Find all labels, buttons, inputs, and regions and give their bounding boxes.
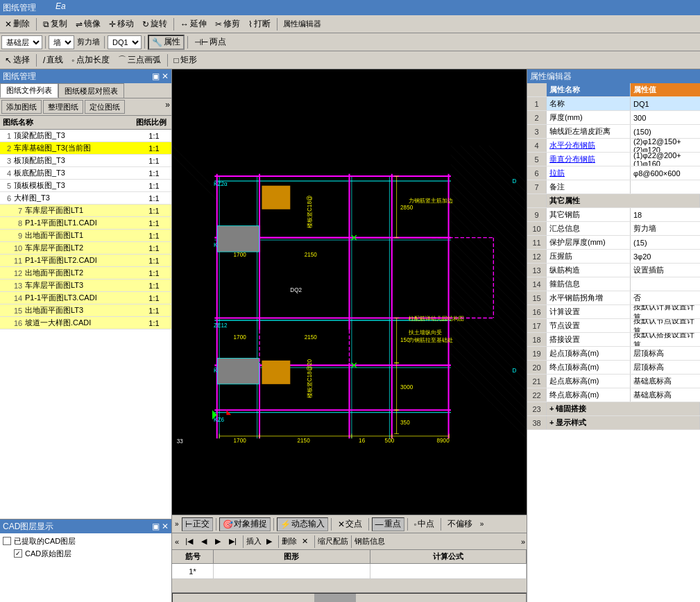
two-point-icon: ⊣⊢ [194,37,208,47]
property-row: 4水平分布钢筋(2)φ12@150+(2)φ120 [527,139,700,153]
prop-group-name[interactable]: + 显示样式 [547,416,700,429]
sep8 [36,54,37,67]
list-item[interactable]: 12出地面平面图LT21:1 [0,267,171,280]
point-length-button[interactable]: ◦ 点加长度 [68,53,112,68]
snap-end-expand[interactable]: » [480,520,484,528]
tab-file-list[interactable]: 图纸文件列表 [0,83,58,98]
list-item[interactable]: 10车库层平面图LT21:1 [0,242,171,255]
break-button[interactable]: ⌇ 打断 [245,17,274,32]
prop-num: 23 [527,402,547,415]
bar-delete-button[interactable]: ✕ [298,535,311,549]
bar-expand-left[interactable]: « [173,538,180,546]
snap-object[interactable]: 🎯 对象捕捉 [219,517,271,531]
bar-shape-cell[interactable] [214,564,370,579]
file-name: 车库层平面图LT1 [25,205,137,216]
panel-controls[interactable]: ▣ ✕ [152,71,169,81]
list-item[interactable]: 9出地面平面图LT11:1 [0,230,171,242]
file-name: P1-1平面图LT3.CADI [25,293,137,303]
prop-name[interactable]: 拉筋 [547,166,631,180]
add-drawing-button[interactable]: 添加图纸 [1,100,42,114]
snap-expand[interactable]: » [173,520,180,528]
file-ratio: 1:1 [137,132,171,140]
layer-checkbox[interactable] [3,537,11,545]
svg-text:500: 500 [385,438,395,444]
locate-drawing-button[interactable]: 定位图纸 [85,100,125,114]
list-item[interactable]: 6大样图_T31:1 [0,192,171,205]
file-table-header: 图纸名称 图纸比例 [0,116,171,130]
delete-button[interactable]: ✕ 删除 [1,17,33,32]
bar-nav-prev[interactable]: ◀ [198,535,210,549]
copy-button[interactable]: ⧉ 复制 [40,17,71,32]
move-icon: ✛ [109,19,116,29]
snap-ortho[interactable]: ⊢ 正交 [182,517,213,531]
list-item[interactable]: 8P1-1平面图LT1.CADI1:1 [0,217,171,230]
extend-button[interactable]: ↔ 延伸 [177,17,210,32]
list-item[interactable]: 1顶梁配筋图_T31:1 [0,130,171,142]
svg-text:2150: 2150 [305,252,318,258]
property-table: 属性名称属性值1名称DQ12厚度(mm)3003轴线距左墙皮距离(150)4水平… [527,83,700,602]
cad-layer-item[interactable]: CAD原始图层 [1,547,170,560]
mirror-button[interactable]: ⇌ 镜像 [72,17,104,32]
tab-floor-map[interactable]: 图纸楼层对照表 [58,83,124,98]
select-icon: ↖ [5,55,12,65]
bar-expand-right[interactable]: » [521,538,525,546]
prop-num: 14 [527,277,547,291]
svg-text:D: D [513,178,517,184]
list-item[interactable]: 3板顶配筋图_T31:1 [0,155,171,167]
cad-layer-item[interactable]: 已提取的CAD图层 [1,535,170,547]
file-tabs: 图纸文件列表 图纸楼层对照表 [0,83,171,98]
prop-group-name[interactable]: + 锚固搭接 [547,402,700,415]
bar-insert-button[interactable]: ▶ [263,535,275,549]
prop-name[interactable]: 水平分布钢筋 [547,139,631,152]
trim-button[interactable]: ✂ 修剪 [212,17,244,32]
snap-nooffset[interactable]: 不偏移 [444,517,476,531]
list-item[interactable]: 11P1-1平面图LT2.CADI1:1 [0,255,171,267]
list-item[interactable]: 2车库基础图_T3(当前图1:1 [0,142,171,155]
list-item[interactable]: 16坡道一大样图.CADI1:1 [0,317,171,329]
file-ratio: 1:1 [137,307,171,315]
list-item[interactable]: 13车库层平面图LT31:1 [0,280,171,292]
attr-button[interactable]: 🔧 属性 [148,35,185,50]
cad-canvas[interactable]: 1700 2150 16 500 8900 2850 150 [172,69,527,515]
list-item[interactable]: 14P1-1平面图LT3.CADI1:1 [0,292,171,304]
list-item[interactable]: 15出地面平面图LT31:1 [0,304,171,317]
snap-midpoint[interactable]: — 重点 [372,517,404,531]
dq-select[interactable]: DQ1 [108,35,142,49]
prop-name[interactable]: 垂直分布钢筋 [547,153,631,166]
rect-button[interactable]: □ 矩形 [171,53,200,68]
horizontal-scrollbar[interactable] [172,592,527,602]
bar-insert-label: 插入 [246,536,262,547]
scroll-thumb[interactable] [314,594,356,602]
cad-panel-controls[interactable]: ▣ ✕ [152,522,169,531]
list-item[interactable]: 5顶板模板图_T31:1 [0,180,171,192]
bar-nav-last[interactable]: ▶| [225,535,240,549]
arc-button[interactable]: ⌒ 三点画弧 [114,53,164,68]
list-item[interactable]: 4板底配筋图_T31:1 [0,167,171,180]
select-button[interactable]: ↖ 选择 [1,53,33,68]
prop-group-name[interactable]: 其它属性 [547,194,700,207]
bar-nav-first[interactable]: |◀ [182,535,196,549]
snap-dynamic[interactable]: ⚡ 动态输入 [277,517,328,531]
two-point-button[interactable]: ⊣⊢ 两点 [191,35,230,50]
prop-value: (150) [631,125,700,138]
line-button[interactable]: / 直线 [40,53,67,68]
bar-nav-next[interactable]: ▶ [212,535,224,549]
snap-intersection[interactable]: ✕ 交点 [334,517,366,531]
element-type-select[interactable]: 墙 [49,35,74,49]
property-row: 6拉筋φ8@600×600 [527,166,700,180]
bar-formula-cell[interactable] [370,564,527,579]
expand-arrow[interactable]: » [165,100,170,114]
prop-value: 属性值 [631,83,700,96]
layer-checkbox[interactable] [14,549,22,558]
scroll-track[interactable] [172,593,527,603]
prop-name: 水平钢筋拐角增 [547,291,631,304]
snap-center[interactable]: ◦ 中点 [411,517,438,531]
move-button[interactable]: ✛ 移动 [105,17,137,32]
rotate-button[interactable]: ↻ 旋转 [139,17,171,32]
prop-num: 3 [527,125,547,138]
property-row: 9其它钢筋18 [527,208,700,222]
layer-select[interactable]: 基础层墙 [1,35,42,49]
file-name: 车库层平面图LT3 [25,280,137,291]
list-item[interactable]: 7车库层平面图LT11:1 [0,205,171,217]
organize-drawing-button[interactable]: 整理图纸 [43,100,83,114]
